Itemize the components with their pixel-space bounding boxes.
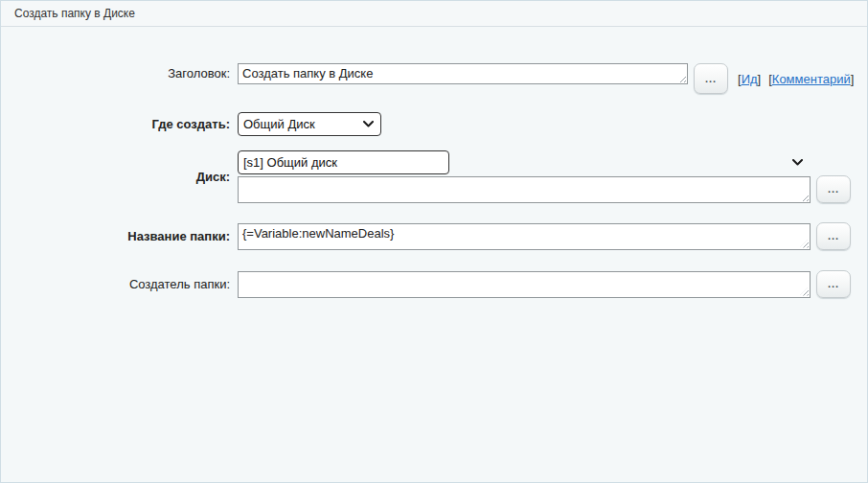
where-create-controls: Общий Диск	[238, 112, 381, 136]
bracket-close: ]	[851, 72, 855, 86]
folder-creator-textarea-wrap	[238, 271, 811, 298]
title-textarea-wrap: Создать папку в Диске	[238, 63, 688, 84]
title-label: Заголовок:	[1, 63, 238, 84]
title-links: [Ид] [Комментарий]	[738, 72, 854, 86]
folder-creator-controls: ...	[238, 270, 851, 298]
where-create-label: Где создать:	[1, 117, 238, 131]
title-more-button[interactable]: ...	[694, 63, 728, 94]
disk-controls: [s1] Общий диск ...	[238, 150, 851, 203]
disk-select[interactable]: [s1] Общий диск	[238, 150, 449, 174]
comment-link[interactable]: Комментарий	[772, 72, 851, 86]
where-create-select-wrap: Общий Диск	[238, 112, 381, 136]
row-where-create: Где создать: Общий Диск	[1, 112, 867, 136]
disk-select-wrap: [s1] Общий диск	[238, 150, 811, 174]
folder-name-controls: {=Variable:newNameDeals} ...	[238, 222, 851, 250]
row-title: Заголовок: Создать папку в Диске ... [Ид…	[1, 63, 867, 94]
folder-name-more-button[interactable]: ...	[816, 222, 851, 250]
create-folder-panel: Создать папку в Диске Заголовок: Создать…	[0, 0, 868, 483]
row-disk: Диск: [s1] Общий диск	[1, 150, 867, 203]
folder-name-textarea-wrap: {=Variable:newNameDeals}	[238, 223, 811, 250]
chevron-down-icon	[792, 159, 803, 166]
settings-form: Заголовок: Создать папку в Диске ... [Ид…	[1, 27, 867, 298]
comment-link-group: [Комментарий]	[768, 72, 854, 86]
title-controls: Создать папку в Диске ... [Ид] [Коммента…	[238, 63, 854, 94]
page-title: Создать папку в Диске	[14, 7, 135, 20]
row-folder-creator: Создатель папки: ...	[1, 270, 867, 298]
disk-control-stack: [s1] Общий диск	[238, 150, 811, 203]
bracket-close: ]	[758, 72, 762, 86]
panel-header: Создать папку в Диске	[1, 1, 867, 27]
folder-creator-textarea[interactable]	[238, 271, 811, 298]
disk-more-button[interactable]: ...	[816, 175, 851, 203]
folder-name-label: Название папки:	[1, 229, 238, 243]
folder-creator-more-button[interactable]: ...	[816, 270, 851, 298]
id-link-group: [Ид]	[738, 72, 761, 86]
disk-textarea[interactable]	[238, 176, 811, 203]
id-link[interactable]: Ид	[742, 72, 758, 86]
title-textarea[interactable]: Создать папку в Диске	[238, 63, 688, 84]
disk-textarea-wrap	[238, 176, 811, 203]
where-create-select[interactable]: Общий Диск	[238, 112, 381, 136]
folder-creator-label: Создатель папки:	[1, 277, 238, 291]
folder-name-textarea[interactable]: {=Variable:newNameDeals}	[238, 223, 811, 250]
row-folder-name: Название папки: {=Variable:newNameDeals}…	[1, 222, 867, 250]
disk-label: Диск:	[1, 170, 238, 184]
